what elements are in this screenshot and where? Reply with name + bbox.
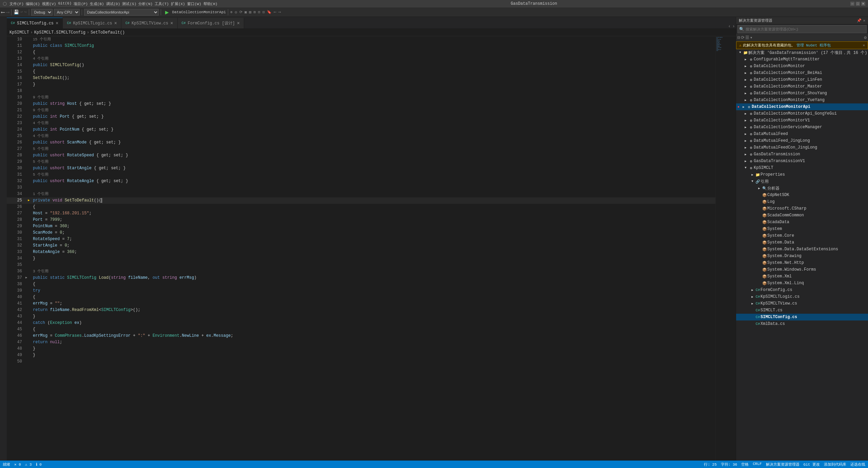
platform-select[interactable]: Any CPU [54, 9, 80, 16]
status-solution-explorer[interactable]: 解决方案资源管理器 [766, 462, 800, 467]
tree-item-xmldata[interactable]: C# XmlData.cs [736, 320, 868, 327]
project-select[interactable]: DataCollectionMonitorApi [84, 9, 159, 16]
tree-item-scada-data[interactable]: 📦 ScadaData [736, 219, 868, 226]
menu-help[interactable]: 帮助(H) [203, 1, 218, 6]
tree-item-dc-monitorapi[interactable]: ● ▶ ⚙ DataCollectionMonitorApi [736, 103, 868, 110]
tree-item-system[interactable]: 📦 System [736, 226, 868, 232]
toolbar-undo[interactable]: ↩ [20, 9, 23, 15]
search-box[interactable]: 🔍 [737, 25, 867, 33]
status-warnings[interactable]: ⚠ 3 [25, 462, 32, 467]
tree-item-system-net-http[interactable]: 📦 System.Net.Http [736, 259, 868, 266]
tab-scroll-right[interactable]: › [732, 23, 736, 28]
tree-item-system-core[interactable]: 📦 System.Core [736, 232, 868, 239]
tree-item-refs[interactable]: ▼ 🔗 引用 [736, 178, 868, 185]
toolbar-redo[interactable]: ↪ [24, 9, 27, 15]
solution-tree[interactable]: ▼ 📁 解决方案 'GasDataTransmission' (17 个项目，共… [736, 49, 868, 461]
tab-kp-view[interactable]: C# KpSIMCLTView.cs × [121, 18, 177, 28]
tree-item-log[interactable]: 📦 Log [736, 198, 868, 205]
tab-close-simclt-config[interactable]: × [56, 21, 58, 26]
toolbar-collapse-all[interactable]: ⊟ [737, 35, 740, 40]
tree-item-kpview[interactable]: ▶ C# KpSIMCLTView.cs [736, 300, 868, 307]
tree-item-datamutualcon-jinglong[interactable]: ▶ ⚙ DataMutualFeedCon_JingLong [736, 144, 868, 151]
status-errors[interactable]: ✕ 0 [14, 462, 21, 467]
tree-item-datamutual-jinglong[interactable]: ▶ ⚙ DataMutualFeed_JingLong [736, 137, 868, 144]
tab-close-form-config[interactable]: × [237, 21, 240, 26]
debug-config-select[interactable]: Debug [31, 9, 53, 16]
tree-item-dc-linfen[interactable]: ▶ ⚙ DataCollectionMonitor_LinFen [736, 76, 868, 83]
breadcrumb-part3[interactable]: SetToDefault() [91, 30, 125, 35]
manage-nuget-link[interactable]: 管理 NuGet 程序包 [796, 43, 831, 48]
tree-item-scada-comm[interactable]: 📦 ScadaCommCommon [736, 212, 868, 219]
tree-item-simclt[interactable]: C# SIMCLT.cs [736, 307, 868, 314]
sidebar-pin-icon[interactable]: 📌 [857, 18, 862, 23]
tree-item-formconfig[interactable]: ▶ C# FormConfig.cs [736, 287, 868, 293]
toolbar-show-all[interactable]: ☰ [745, 35, 749, 40]
tree-item-dc-yueyang[interactable]: ▶ ⚙ DataCollectionMonitor_YueYang [736, 97, 868, 103]
breadcrumb-part1[interactable]: KpSIMCLT [9, 30, 29, 35]
tree-item-system-drawing[interactable]: 📦 System.Drawing [736, 253, 868, 259]
tree-item-analyzer[interactable]: ▶ 🔍 分析器 [736, 185, 868, 192]
tree-item-system-xml[interactable]: 📦 System.Xml [736, 273, 868, 280]
toolbar-back[interactable]: ⟵ [1, 9, 5, 16]
tree-item-datamutualfeed[interactable]: ▶ ⚙ DataMutualFeed [736, 131, 868, 137]
code-editor[interactable]: 10 15 个引用 11 public class SIMCLTConfig 1… [7, 36, 736, 461]
minimize-button[interactable]: ─ [850, 2, 854, 6]
toolbar-refresh[interactable]: ⟳ [741, 35, 745, 40]
tree-item-gasdata-v1[interactable]: ▶ ⚙ GasDataTransmissionV1 [736, 158, 868, 164]
search-input[interactable] [746, 27, 865, 31]
tree-item-datacollection-monitor[interactable]: ▶ ⚙ DataCollectionMonitor [736, 63, 868, 70]
tree-item-gasdata[interactable]: ▶ ⚙ GasDataTransmission [736, 151, 868, 158]
tab-scroll-left[interactable]: ‹ [727, 23, 731, 28]
status-add-code[interactable]: 添加到代码库 [824, 462, 846, 467]
play-button[interactable]: ▶ [163, 8, 171, 16]
tree-item-dc-v1[interactable]: ▶ ⚙ DataCollectionMonitorV1 [736, 117, 868, 124]
menu-extensions[interactable]: 扩展(X) [171, 1, 185, 6]
close-button[interactable]: ✕ [861, 2, 865, 6]
expand-arrow-solution[interactable]: ▼ [737, 51, 743, 54]
menu-test[interactable]: 测试(S) [122, 1, 136, 6]
restore-button[interactable]: □ [856, 2, 860, 6]
menu-window[interactable]: 窗口(W) [187, 1, 201, 6]
menu-debug[interactable]: 调试(D) [106, 1, 120, 6]
toolbar-forward[interactable]: ⟶ [6, 9, 9, 16]
tab-simclt-config[interactable]: C# SIMCLTConfig.cs × [7, 18, 63, 28]
menu-analyze[interactable]: 分析(N) [138, 1, 153, 6]
tree-item-kplogic[interactable]: ▶ C# KpSIMCLTLogic.cs [736, 293, 868, 300]
menu-git[interactable]: Git(G) [58, 1, 72, 6]
status-info[interactable]: ℹ 0 [36, 462, 42, 467]
tree-item-dc-gongyegui[interactable]: ▶ ⚙ DataCollectionMonitorApi_GongYeGui [736, 110, 868, 117]
arrow-configurable-mqtt[interactable]: ▶ [743, 58, 748, 61]
tab-form-config[interactable]: C# FormConfig.cs [设计] × [178, 18, 244, 28]
toolbar-save[interactable]: 💾 [14, 9, 19, 15]
tree-item-system-winforms[interactable]: 📦 System.Windows.Forms [736, 266, 868, 273]
sidebar-close-icon[interactable]: ✕ [863, 18, 865, 23]
breadcrumb-part2[interactable]: KpSIMCLT.SIMCLTConfig [34, 30, 85, 35]
menu-tools[interactable]: 工具(T) [155, 1, 169, 6]
toolbar-settings[interactable]: ⚙ [864, 35, 867, 40]
status-git[interactable]: Git 更改 [804, 462, 820, 467]
tab-close-kp-logic[interactable]: × [114, 21, 117, 26]
tree-item-dc-master[interactable]: ▶ ⚙ DataCollectionMonitor_Master [736, 83, 868, 90]
tree-item-dc-beihai[interactable]: ▶ ⚙ DataCollectionMonitor_BeiHai [736, 70, 868, 76]
menu-project[interactable]: 项目(P) [74, 1, 88, 6]
tree-solution-root[interactable]: ▼ 📁 解决方案 'GasDataTransmission' (17 个项目，共… [736, 49, 868, 56]
tab-close-kp-view[interactable]: × [170, 21, 173, 26]
tree-item-system-data[interactable]: 📦 System.Data [736, 239, 868, 246]
tree-item-system-xml-linq[interactable]: 📦 System.Xml.Linq [736, 280, 868, 287]
tree-item-dc-shouyang[interactable]: ▶ ⚙ DataCollectionMonitor_ShouYang [736, 90, 868, 97]
warning-close-icon[interactable]: ✕ [863, 43, 865, 47]
tree-item-system-data-ext[interactable]: 📦 System.Data.DataSetExtensions [736, 246, 868, 253]
menu-build[interactable]: 生成(B) [90, 1, 104, 6]
tree-item-simcltconfig[interactable]: C# SIMCLTConfig.cs [736, 314, 868, 320]
tree-item-configurable-mqtt[interactable]: ▶ ⚙ ConfigurableMqttTransmitter [736, 56, 868, 63]
menu-file[interactable]: 文件(F) [9, 1, 24, 6]
toolbar-filter[interactable]: ▾ [750, 35, 753, 40]
tree-item-cdp[interactable]: 📦 CdpNetSDK [736, 192, 868, 198]
menu-edit[interactable]: 编辑(E) [26, 1, 40, 6]
status-select-all[interactable]: 还选在线 [850, 462, 865, 467]
tree-item-dc-servicemanager[interactable]: ▶ ⚙ DataCollectionServiceManager [736, 124, 868, 131]
menu-view[interactable]: 视图(V) [42, 1, 56, 6]
tree-item-ms-csharp[interactable]: 📦 Microsoft.CSharp [736, 205, 868, 212]
tree-item-kpsimclt[interactable]: ▼ ⚙ KpSIMCLT [736, 164, 868, 171]
tab-kp-logic[interactable]: C# KpSIMCLTLogic.cs × [63, 18, 121, 28]
